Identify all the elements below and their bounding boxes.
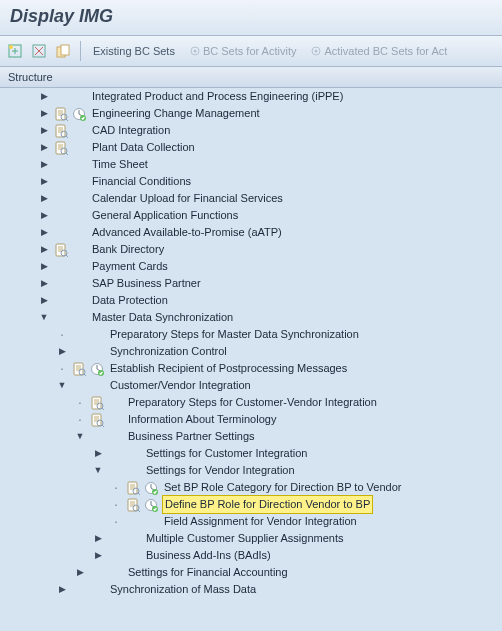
img-doc-icon[interactable] xyxy=(88,396,106,410)
tree-row[interactable]: ▶Synchronization of Mass Data xyxy=(0,581,502,598)
expand-toggle[interactable]: ▶ xyxy=(36,156,52,173)
existing-bc-sets-link[interactable]: Existing BC Sets xyxy=(89,43,179,59)
collapse-toggle[interactable]: ▼ xyxy=(54,377,70,394)
tree-row[interactable]: ▶Calendar Upload for Financial Services xyxy=(0,190,502,207)
tree-node-label[interactable]: Business Add-Ins (BAdIs) xyxy=(142,547,271,564)
tree-row[interactable]: ▶Settings for Financial Accounting xyxy=(0,564,502,581)
expand-toggle[interactable]: ▶ xyxy=(36,207,52,224)
expand-toggle[interactable]: ▶ xyxy=(36,190,52,207)
tree-row[interactable]: ▶Bank Directory xyxy=(0,241,502,258)
tree-node-label[interactable]: Preparatory Steps for Master Data Synchr… xyxy=(106,326,359,343)
tree-node-label[interactable]: Financial Conditions xyxy=(88,173,191,190)
tree-row[interactable]: ▶Settings for Customer Integration xyxy=(0,445,502,462)
tree-row[interactable]: ▶General Application Functions xyxy=(0,207,502,224)
img-doc-icon[interactable] xyxy=(88,413,106,427)
tree-node-label[interactable]: Define BP Role for Direction Vendor to B… xyxy=(162,495,373,514)
tree-row[interactable]: ▶Payment Cards xyxy=(0,258,502,275)
img-activity-icon[interactable] xyxy=(142,481,160,495)
activated-bc-sets-link[interactable]: Activated BC Sets for Act xyxy=(306,43,451,59)
tree-node-label[interactable]: Set BP Role Category for Direction BP to… xyxy=(160,479,401,496)
expand-toggle[interactable]: ▶ xyxy=(36,292,52,309)
expand-toggle[interactable]: ▶ xyxy=(72,564,88,581)
tree-row[interactable]: ·Field Assignment for Vendor Integration xyxy=(0,513,502,530)
collapse-toggle[interactable]: ▼ xyxy=(72,428,88,445)
img-doc-icon[interactable] xyxy=(52,124,70,138)
tree-node-label[interactable]: Multiple Customer Supplier Assignments xyxy=(142,530,343,547)
tree-row[interactable]: ▶Engineering Change Management xyxy=(0,105,502,122)
collapse-all-icon[interactable] xyxy=(30,42,48,60)
img-doc-icon[interactable] xyxy=(52,107,70,121)
tree-node-label[interactable]: General Application Functions xyxy=(88,207,238,224)
expand-toggle[interactable]: ▶ xyxy=(90,547,106,564)
tree-row[interactable]: ▶Plant Data Collection xyxy=(0,139,502,156)
tree-row[interactable]: ▶Integrated Product and Process Engineer… xyxy=(0,88,502,105)
tree-node-label[interactable]: Calendar Upload for Financial Services xyxy=(88,190,283,207)
tree-node-label[interactable]: Settings for Vendor Integration xyxy=(142,462,295,479)
expand-toggle[interactable]: ▶ xyxy=(90,445,106,462)
tree-node-label[interactable]: CAD Integration xyxy=(88,122,170,139)
img-doc-icon[interactable] xyxy=(70,362,88,376)
tree-row[interactable]: ▶Time Sheet xyxy=(0,156,502,173)
tree-row[interactable]: ·Set BP Role Category for Direction BP t… xyxy=(0,479,502,496)
bc-sets-for-activity-link[interactable]: BC Sets for Activity xyxy=(185,43,301,59)
tree-node-label[interactable]: Field Assignment for Vendor Integration xyxy=(160,513,357,530)
tree-row[interactable]: ▶Advanced Available-to-Promise (aATP) xyxy=(0,224,502,241)
expand-toggle[interactable]: ▶ xyxy=(90,530,106,547)
tree-row[interactable]: ▶Multiple Customer Supplier Assignments xyxy=(0,530,502,547)
expand-toggle[interactable]: ▶ xyxy=(36,105,52,122)
tree-row[interactable]: ▼Customer/Vendor Integration xyxy=(0,377,502,394)
tree-node-label[interactable]: Time Sheet xyxy=(88,156,148,173)
expand-toggle[interactable]: ▶ xyxy=(36,139,52,156)
collapse-toggle[interactable]: ▼ xyxy=(90,462,106,479)
tree-node-label[interactable]: Establish Recipient of Postprocessing Me… xyxy=(106,360,347,377)
img-doc-icon[interactable] xyxy=(52,141,70,155)
tree-node-label[interactable]: Synchronization Control xyxy=(106,343,227,360)
tree-row[interactable]: ▶Business Add-Ins (BAdIs) xyxy=(0,547,502,564)
tree-row[interactable]: ▶Financial Conditions xyxy=(0,173,502,190)
expand-toggle[interactable]: ▶ xyxy=(36,241,52,258)
expand-toggle[interactable]: ▶ xyxy=(36,224,52,241)
tree-node-label[interactable]: Data Protection xyxy=(88,292,168,309)
tree-node-label[interactable]: Integrated Product and Process Engineeri… xyxy=(88,88,343,105)
img-doc-icon[interactable] xyxy=(52,243,70,257)
expand-toggle[interactable]: ▶ xyxy=(36,122,52,139)
tree-node-label[interactable]: Synchronization of Mass Data xyxy=(106,581,256,598)
img-tree[interactable]: ▶Integrated Product and Process Engineer… xyxy=(0,88,502,631)
tree-node-label[interactable]: SAP Business Partner xyxy=(88,275,201,292)
tree-node-label[interactable]: Settings for Financial Accounting xyxy=(124,564,288,581)
where-used-icon[interactable] xyxy=(54,42,72,60)
tree-node-label[interactable]: Business Partner Settings xyxy=(124,428,255,445)
tree-row[interactable]: ·Preparatory Steps for Customer-Vendor I… xyxy=(0,394,502,411)
tree-row[interactable]: ▶SAP Business Partner xyxy=(0,275,502,292)
tree-node-label[interactable]: Information About Terminology xyxy=(124,411,276,428)
tree-row[interactable]: ·Information About Terminology xyxy=(0,411,502,428)
expand-toggle[interactable]: ▶ xyxy=(36,173,52,190)
tree-node-label[interactable]: Advanced Available-to-Promise (aATP) xyxy=(88,224,282,241)
tree-row[interactable]: ▶Data Protection xyxy=(0,292,502,309)
tree-node-label[interactable]: Master Data Synchronization xyxy=(88,309,233,326)
tree-row[interactable]: ·Preparatory Steps for Master Data Synch… xyxy=(0,326,502,343)
tree-node-label[interactable]: Preparatory Steps for Customer-Vendor In… xyxy=(124,394,377,411)
expand-toggle[interactable]: ▶ xyxy=(36,275,52,292)
tree-node-label[interactable]: Settings for Customer Integration xyxy=(142,445,307,462)
expand-all-icon[interactable] xyxy=(6,42,24,60)
tree-node-label[interactable]: Customer/Vendor Integration xyxy=(106,377,251,394)
expand-toggle[interactable]: ▶ xyxy=(54,581,70,598)
tree-node-label[interactable]: Engineering Change Management xyxy=(88,105,260,122)
tree-row[interactable]: ·Establish Recipient of Postprocessing M… xyxy=(0,360,502,377)
collapse-toggle[interactable]: ▼ xyxy=(36,309,52,326)
img-doc-icon[interactable] xyxy=(124,481,142,495)
expand-toggle[interactable]: ▶ xyxy=(36,88,52,105)
tree-row[interactable]: ·Define BP Role for Direction Vendor to … xyxy=(0,496,502,513)
expand-toggle[interactable]: ▶ xyxy=(36,258,52,275)
tree-row[interactable]: ▼Settings for Vendor Integration xyxy=(0,462,502,479)
tree-node-label[interactable]: Payment Cards xyxy=(88,258,168,275)
tree-node-label[interactable]: Plant Data Collection xyxy=(88,139,195,156)
tree-row[interactable]: ▼Master Data Synchronization xyxy=(0,309,502,326)
img-activity-icon[interactable] xyxy=(70,107,88,121)
img-activity-icon[interactable] xyxy=(88,362,106,376)
img-activity-icon[interactable] xyxy=(142,498,160,512)
tree-row[interactable]: ▶Synchronization Control xyxy=(0,343,502,360)
expand-toggle[interactable]: ▶ xyxy=(54,343,70,360)
tree-row[interactable]: ▼Business Partner Settings xyxy=(0,428,502,445)
